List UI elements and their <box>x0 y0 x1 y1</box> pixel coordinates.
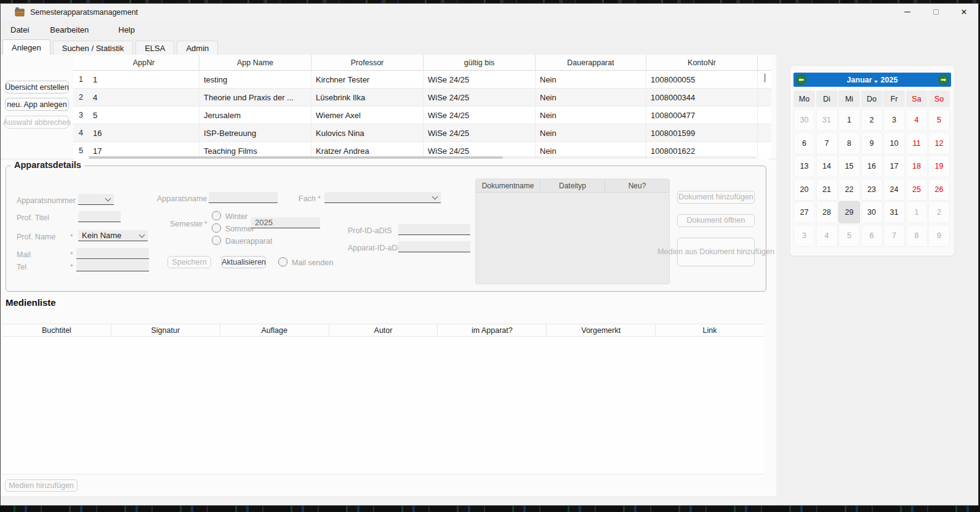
table-cell[interactable]: 1008000055 <box>646 71 758 88</box>
media-column-im-apparat-[interactable]: im Apparat? <box>438 324 547 336</box>
table-cell[interactable]: 1008000344 <box>646 89 758 106</box>
column-header-appnr[interactable]: AppNr <box>89 55 199 70</box>
table-row[interactable]: 11testingKirchner TesterWiSe 24/25Nein10… <box>73 71 771 89</box>
neue-app-anlegen-button[interactable]: neu. App anlegen <box>5 98 69 111</box>
calendar-day[interactable]: 5 <box>928 109 950 131</box>
calendar-day[interactable]: 22 <box>838 178 860 201</box>
table-cell[interactable]: 1 <box>89 71 199 88</box>
calendar-day[interactable]: 17 <box>883 155 905 177</box>
table-cell[interactable]: 1008001599 <box>646 124 758 142</box>
table-cell[interactable]: Theorie und Praxis der ... <box>199 89 311 106</box>
calendar-day[interactable]: 9 <box>861 132 883 154</box>
medien-aus-dokument-hinzufuegen-button[interactable]: Medien aus Dokument hinzufügen <box>677 238 755 266</box>
calendar-day[interactable]: 1 <box>838 109 860 131</box>
column-header-app-name[interactable]: App Name <box>199 55 311 70</box>
aktualisieren-button[interactable]: Aktualisieren <box>222 256 266 268</box>
calendar-day[interactable]: 7 <box>816 132 838 154</box>
maximize-button[interactable] <box>922 4 950 20</box>
tab-suchen-statistik[interactable]: Suchen / Statistik <box>53 41 133 55</box>
calendar-day[interactable]: 30 <box>793 109 815 131</box>
uebersicht-erstellen-button[interactable]: Übersicht erstellen <box>5 81 69 94</box>
mail-input[interactable] <box>76 248 149 259</box>
table-cell[interactable]: 5 <box>89 106 199 124</box>
calendar-day[interactable]: 3 <box>883 109 905 131</box>
calendar-day[interactable]: 4 <box>816 225 838 247</box>
calendar-day[interactable]: 6 <box>861 225 883 247</box>
calendar-day[interactable]: 19 <box>928 155 950 177</box>
calendar-day[interactable]: 3 <box>793 225 815 247</box>
media-column-link[interactable]: Link <box>656 324 764 336</box>
tel-input[interactable] <box>76 260 149 271</box>
table-cell[interactable]: 4 <box>89 89 199 106</box>
column-header-kontonr[interactable]: KontoNr <box>646 55 758 70</box>
table-cell[interactable]: Nein <box>536 89 646 106</box>
calendar-day[interactable]: 14 <box>816 155 838 177</box>
calendar-day[interactable]: 24 <box>883 178 905 201</box>
calendar-day[interactable]: 29 <box>838 201 860 223</box>
table-cell[interactable]: Nein <box>536 71 646 88</box>
calendar-day[interactable]: 10 <box>883 132 905 154</box>
vertical-scrollbar[interactable] <box>764 73 766 82</box>
prof-id-adis-input[interactable] <box>398 224 470 235</box>
media-column-vorgemerkt[interactable]: Vorgemerkt <box>547 324 656 336</box>
calendar-day[interactable]: 2 <box>928 201 950 223</box>
speichern-button[interactable]: Speichern <box>167 256 211 268</box>
tab-anlegen[interactable]: Anlegen <box>2 39 50 55</box>
media-column-signatur[interactable]: Signatur <box>111 324 220 336</box>
table-cell[interactable]: ISP-Betreuung <box>199 124 311 142</box>
table-cell[interactable]: Wiemer Axel <box>311 106 424 124</box>
apparatsname-input[interactable] <box>209 192 278 203</box>
calendar-day[interactable]: 15 <box>838 155 860 177</box>
table-cell[interactable]: Nein <box>536 124 646 142</box>
tab-admin[interactable]: Admin <box>177 41 218 55</box>
calendar-day[interactable]: 9 <box>928 225 950 247</box>
media-column-buchtitel[interactable]: Buchtitel <box>2 324 111 336</box>
table-cell[interactable]: 1008000477 <box>646 106 758 124</box>
next-month-button[interactable]: ➡ <box>938 74 949 85</box>
calendar-day[interactable]: 6 <box>793 132 815 154</box>
media-column-auflage[interactable]: Auflage <box>220 324 329 336</box>
table-cell[interactable]: Lüsebrink Ilka <box>311 89 424 106</box>
calendar-day[interactable]: 25 <box>906 178 928 201</box>
tab-elsa[interactable]: ELSA <box>135 41 174 55</box>
winter-radio[interactable] <box>212 211 221 220</box>
calendar-day[interactable]: 28 <box>816 201 838 223</box>
apparatsnummer-combobox[interactable] <box>78 194 114 205</box>
calendar-day[interactable]: 8 <box>838 132 860 154</box>
calendar-day[interactable]: 27 <box>793 201 815 223</box>
table-cell[interactable]: Kirchner Tester <box>311 71 424 88</box>
semester-jahr-input[interactable]: 2025 <box>251 217 320 228</box>
table-cell[interactable]: testing <box>199 71 311 88</box>
fach-combobox[interactable] <box>324 192 441 203</box>
menu-help[interactable]: Help <box>111 23 142 37</box>
table-row[interactable]: 416ISP-BetreuungKulovics NinaWiSe 24/25N… <box>73 124 771 142</box>
prof-titel-input[interactable] <box>78 211 121 222</box>
media-column-autor[interactable]: Autor <box>329 324 438 336</box>
apparat-id-adis-input[interactable] <box>398 241 470 252</box>
table-cell[interactable]: WiSe 24/25 <box>424 124 536 142</box>
calendar-day[interactable]: 26 <box>928 178 950 201</box>
table-row[interactable]: 35JerusalemWiemer AxelWiSe 24/25Nein1008… <box>73 106 771 124</box>
prof-name-combobox[interactable]: Kein Name <box>78 230 148 241</box>
sommer-radio[interactable] <box>212 223 221 233</box>
calendar-title[interactable]: Januar 2025 <box>806 76 938 84</box>
column-header-professor[interactable]: Professor <box>311 55 424 70</box>
calendar-day[interactable]: 21 <box>816 178 838 201</box>
close-button[interactable]: ✕ <box>950 4 978 20</box>
calendar-day[interactable]: 2 <box>861 109 883 131</box>
auswahl-abbrechen-button[interactable]: Auswahl abbrechen <box>5 116 69 129</box>
calendar-day[interactable]: 13 <box>793 155 815 177</box>
calendar-day[interactable]: 18 <box>906 155 928 177</box>
calendar-day[interactable]: 16 <box>861 155 883 177</box>
calendar-day[interactable]: 31 <box>883 201 905 223</box>
table-cell[interactable]: 16 <box>89 124 199 142</box>
dokument-hinzufuegen-button[interactable]: Dokument hinzufügen <box>677 191 755 204</box>
doc-column-neu-[interactable]: Neu? <box>605 179 669 192</box>
horizontal-scrollbar-thumb[interactable] <box>89 156 503 159</box>
menu-datei[interactable]: Datei <box>3 23 36 37</box>
prev-month-button[interactable]: ⬅ <box>796 74 806 85</box>
doc-column-dateityp[interactable]: Dateityp <box>540 179 605 192</box>
calendar-day[interactable]: 7 <box>883 225 905 247</box>
calendar-day[interactable]: 11 <box>906 132 928 154</box>
column-header-dauerapparat[interactable]: Dauerapparat <box>536 55 646 70</box>
